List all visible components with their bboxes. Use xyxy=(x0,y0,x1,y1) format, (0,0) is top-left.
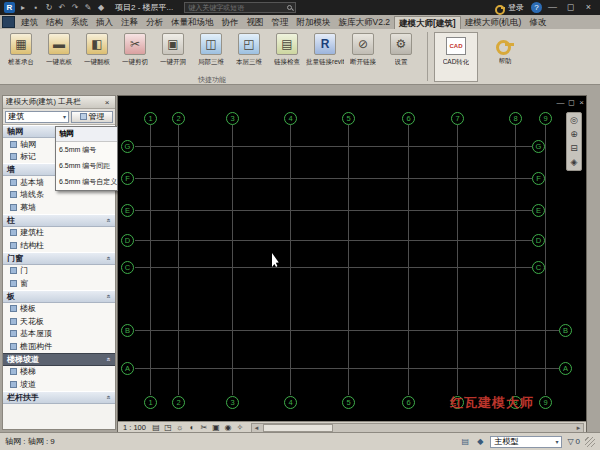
grid-line[interactable] xyxy=(135,330,559,331)
worksets-icon[interactable]: ▤ xyxy=(460,437,470,446)
grid-bubble[interactable]: 7 xyxy=(451,112,464,125)
grid-axis[interactable]: CC xyxy=(118,261,586,274)
category-select[interactable]: 建筑 ▾ xyxy=(5,111,69,123)
ribbon-tab[interactable]: 管理 xyxy=(268,16,293,29)
drawing-area[interactable]: — ◻ × ◎ ⊕ ⊟ ◈ 11 22 33 44 55 66 77 88 99… xyxy=(118,96,586,421)
one-key-cut-button[interactable]: ✂ 一键剪切 xyxy=(116,31,154,73)
show-crop-icon[interactable]: ▣ xyxy=(211,423,221,432)
tree-item-basic-roof[interactable]: 基本屋顶 xyxy=(3,328,115,341)
one-key-opening-button[interactable]: ▣ 一键开洞 xyxy=(154,31,192,73)
grid-axis[interactable]: AA xyxy=(118,362,586,375)
grid-bubble[interactable]: F xyxy=(532,172,545,185)
flyout-item[interactable]: 6.5mm 编号自定义 xyxy=(56,174,117,190)
scroll-thumb[interactable] xyxy=(263,424,333,432)
tree-item-eave-component[interactable]: 檐面构件 xyxy=(3,340,115,353)
ribbon-tab[interactable]: 协作 xyxy=(218,16,243,29)
selection-filter[interactable]: ▽ 0 xyxy=(567,437,580,446)
grid-axis[interactable]: BB xyxy=(118,324,586,337)
visual-style-icon[interactable]: ◳ xyxy=(163,423,173,432)
maximize-button[interactable]: ◻ xyxy=(563,0,578,15)
grid-axis[interactable]: GG xyxy=(118,140,586,153)
zoom-out-icon[interactable]: ⊟ xyxy=(567,142,581,155)
tree-section-railing[interactable]: 栏杆扶手« xyxy=(3,391,115,404)
help-ribbon-button[interactable]: 帮助 xyxy=(488,32,522,82)
grid-bubble[interactable]: 3 xyxy=(226,112,239,125)
ribbon-tab[interactable]: 插入 xyxy=(92,16,117,29)
grid-bubble[interactable]: 4 xyxy=(284,112,297,125)
measure-icon[interactable]: ◆ xyxy=(96,0,106,15)
grid-bubble[interactable]: 8 xyxy=(509,112,522,125)
reveal-hidden-icon[interactable]: ✧ xyxy=(235,423,245,432)
link-check-button[interactable]: ▤ 链接检查 xyxy=(268,31,306,73)
grid-bubble[interactable]: 6 xyxy=(402,112,415,125)
tree-item-arch-column[interactable]: 建筑柱 xyxy=(3,227,115,240)
one-key-base-slab-button[interactable]: ▬ 一键底板 xyxy=(40,31,78,73)
tree-section-column[interactable]: 柱« xyxy=(3,214,115,227)
grid-line[interactable] xyxy=(290,125,291,395)
scroll-right-arrow[interactable]: ► xyxy=(574,424,583,432)
scroll-left-arrow[interactable]: ◄ xyxy=(252,424,261,432)
resize-grip[interactable] xyxy=(585,437,595,447)
shadows-icon[interactable]: ◐ xyxy=(187,423,197,432)
grid-bubble[interactable]: G xyxy=(121,140,134,153)
grid-bubble[interactable]: 1 xyxy=(144,112,157,125)
grid-bubble[interactable]: D xyxy=(532,234,545,247)
sun-icon[interactable]: ☼ xyxy=(175,423,185,432)
navigation-wheel-icon[interactable]: ◎ xyxy=(567,114,581,127)
settings-button[interactable]: ⚙ 设置 xyxy=(382,31,420,73)
ribbon-tab[interactable]: 修改 xyxy=(525,16,550,29)
app-menu-icon[interactable] xyxy=(2,16,15,28)
tree-item-ramp[interactable]: 坡道 xyxy=(3,378,115,391)
close-button[interactable]: × xyxy=(581,0,596,15)
tree-item-stair[interactable]: 楼梯 xyxy=(3,366,115,379)
temporary-hide-icon[interactable]: ◉ xyxy=(223,423,233,432)
crop-icon[interactable]: ✂ xyxy=(199,423,209,432)
grid-line[interactable] xyxy=(135,267,532,268)
grid-bubble[interactable]: C xyxy=(121,261,134,274)
flyout-item[interactable]: 6.5mm 编号间距 xyxy=(56,158,117,174)
save-icon[interactable]: ▪ xyxy=(31,0,41,15)
ribbon-tab-active[interactable]: 建模大师[建筑] xyxy=(394,16,461,29)
ribbon-tab[interactable]: 建筑 xyxy=(17,16,42,29)
ribbon-tab[interactable]: 系统 xyxy=(67,16,92,29)
sync-icon[interactable]: ↻ xyxy=(44,0,54,15)
grid-line[interactable] xyxy=(150,125,151,395)
redo-icon[interactable]: ↷ xyxy=(70,0,80,15)
search-input[interactable] xyxy=(188,4,284,11)
undo-icon[interactable]: ↶ xyxy=(57,0,67,15)
grid-bubble[interactable]: B xyxy=(559,324,572,337)
palette-close-button[interactable]: × xyxy=(102,98,112,107)
grid-line[interactable] xyxy=(135,178,532,179)
grid-line[interactable] xyxy=(348,125,349,395)
search-icon[interactable] xyxy=(287,5,292,10)
scale-button[interactable]: 1 : 100 xyxy=(120,423,149,432)
tree-item-curtain-wall[interactable]: 幕墙 xyxy=(3,201,115,214)
tree-item-window[interactable]: 窗 xyxy=(3,277,115,290)
manage-button[interactable]: 管理 xyxy=(71,111,113,123)
grid-bubble[interactable]: 2 xyxy=(172,396,185,409)
tree-item-door[interactable]: 门 xyxy=(3,265,115,278)
grid-bubble[interactable]: 9 xyxy=(539,112,552,125)
grid-line[interactable] xyxy=(178,125,179,395)
grid-line[interactable] xyxy=(515,125,516,395)
grid-axis[interactable]: EE xyxy=(118,204,586,217)
grid-bubble[interactable]: A xyxy=(121,362,134,375)
tree-item-floor[interactable]: 楼板 xyxy=(3,303,115,316)
grid-bubble[interactable]: E xyxy=(532,204,545,217)
grid-line[interactable] xyxy=(135,240,532,241)
zoom-in-icon[interactable]: ⊕ xyxy=(567,128,581,141)
grid-bubble[interactable]: C xyxy=(532,261,545,274)
flyout-item[interactable]: 6.5mm 编号 xyxy=(56,142,117,158)
grid-bubble[interactable]: D xyxy=(121,234,134,247)
tree-item-struct-column[interactable]: 结构柱 xyxy=(3,239,115,252)
horizontal-scrollbar[interactable]: ◄ ► xyxy=(251,423,584,433)
grid-bubble[interactable]: 1 xyxy=(144,396,157,409)
grid-bubble[interactable]: G xyxy=(532,140,545,153)
tree-section-door-window[interactable]: 门窗« xyxy=(3,252,115,265)
grid-bubble[interactable]: A xyxy=(559,362,572,375)
ribbon-tab[interactable]: 体量和场地 xyxy=(167,16,218,29)
grid-line[interactable] xyxy=(545,125,546,395)
revit-logo-icon[interactable]: R xyxy=(4,2,15,13)
open-icon[interactable]: ▸ xyxy=(18,0,28,15)
editable-only-icon[interactable]: ◆ xyxy=(475,437,485,446)
